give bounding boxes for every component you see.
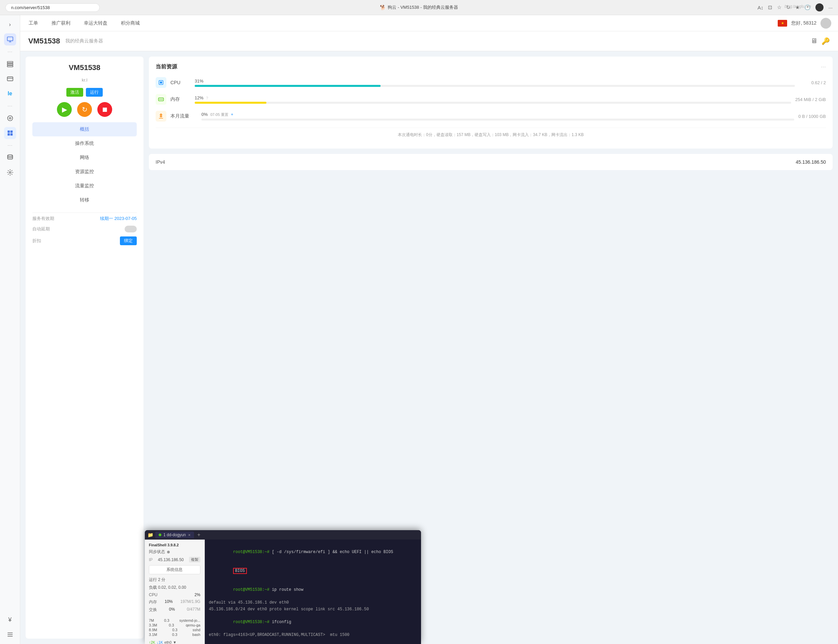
flow-icon — [156, 111, 166, 122]
sidebar-expand-icon[interactable]: › — [4, 18, 16, 31]
sidebar-storage-icon[interactable] — [4, 73, 16, 85]
cpu-progress-bg — [195, 85, 795, 87]
sidebar-dots-1: ··· — [7, 48, 13, 55]
sidebar-server-icon[interactable] — [4, 58, 16, 70]
resource-mem-row: 内存 12% ? 254 MiB / 2 GiB — [156, 94, 826, 105]
topnav-item-shop[interactable]: 积分商城 — [119, 20, 141, 26]
fs-down-icon: ↓1K — [157, 640, 163, 644]
profile-icon[interactable] — [815, 3, 823, 12]
user-avatar[interactable] — [820, 18, 831, 29]
action-stop-button[interactable]: ⏹ — [97, 102, 112, 117]
sidebar-money-icon[interactable]: ¥ — [4, 614, 16, 626]
svg-rect-9 — [10, 131, 13, 133]
finalshell-body: FinalShell 3.9.8.2 同步状态 IP 45.136.186.50… — [145, 540, 421, 644]
cpu-bar-area: 31% — [195, 79, 795, 87]
fs-swap-detail: 0/477M — [187, 607, 200, 613]
key-icon[interactable]: 🔑 — [822, 37, 830, 45]
terminal-line-5: 45.136.186.0/24 dev eth0 proto kernel sc… — [209, 606, 417, 612]
expiry-date[interactable]: 续期一 2023-07-05 — [100, 215, 137, 222]
page-subtitle: 我的经典云服务器 — [65, 38, 103, 44]
fs-process-row-4: 3.1M0.3bash — [149, 632, 200, 637]
menu-item-monitor[interactable]: 资源监控 — [32, 165, 137, 179]
sidebar-list-icon[interactable] — [4, 629, 16, 641]
menu-item-network[interactable]: 网络 — [32, 151, 137, 165]
user-greeting: 您好, 58312 — [791, 20, 817, 26]
auto-renew-toggle[interactable] — [125, 226, 137, 232]
sidebar-object-icon[interactable] — [4, 127, 16, 139]
fs-sysinfo-button[interactable]: 系统信息 — [149, 565, 200, 574]
fs-info-panel: FinalShell 3.9.8.2 同步状态 IP 45.136.186.50… — [145, 540, 205, 644]
sidebar-dots-3: ··· — [7, 142, 13, 149]
sidebar-vm-icon[interactable] — [4, 33, 16, 46]
svg-rect-4 — [7, 77, 13, 81]
mem-percent: 12% ? — [195, 95, 791, 100]
terminal-line-4: default via 45.136.186.1 dev eth0 — [209, 600, 417, 606]
add-tab-icon[interactable]: + — [196, 532, 202, 538]
fs-mem-value: 10% — [165, 599, 173, 605]
bind-button[interactable]: 绑定 — [120, 237, 137, 245]
terminal-output[interactable]: root@VM51538:~# [ -d /sys/firmware/efi ]… — [205, 540, 421, 644]
top-nav: 工单 推广获利 幸运大转盘 积分商城 ★ 您好, 58312 — [20, 15, 838, 31]
fs-network-stats: ↑2K ↓1K eth0 ▼ — [149, 639, 200, 644]
cpu-label: CPU — [171, 80, 191, 85]
fs-copy-button[interactable]: 複製 — [189, 557, 200, 562]
favorite-icon[interactable]: ☆ — [777, 4, 781, 10]
mem-icon — [156, 94, 166, 105]
browser-url-bar[interactable]: n.com/server/51538 — [5, 3, 100, 12]
fs-running-time: 运行 2 分 — [149, 577, 200, 583]
terminal-line-8: inet 45.136.186.50 netmask 255.255.255.0… — [209, 639, 417, 644]
browser-chrome: 🐕 狗云 - VM51538 - 我的经典云服务器 n.com/server/5… — [0, 0, 838, 15]
action-play-button[interactable]: ▶ — [57, 102, 72, 117]
fs-up-icon: ↑2K — [149, 640, 155, 644]
menu-item-traffic[interactable]: 流量监控 — [32, 179, 137, 193]
fs-sync-row: 同步状态 — [149, 549, 200, 555]
menu-item-overview[interactable]: 概括 — [32, 122, 137, 136]
sidebar-settings-icon[interactable] — [4, 166, 16, 179]
terminal-tab-1[interactable]: 1 dd-dogyun ✕ — [155, 532, 194, 538]
sidebar-narrow: › ··· Ie ··· ··· ¥ — [0, 15, 20, 644]
menu-item-os[interactable]: 操作系统 — [32, 136, 137, 151]
more-icon[interactable]: ··· — [828, 5, 833, 10]
mem-label: 内存 — [171, 96, 191, 102]
topnav-item-promo[interactable]: 推广获利 — [50, 20, 72, 26]
vm-region: kr.l — [82, 77, 87, 82]
svg-rect-18 — [160, 82, 162, 84]
topnav-item-lucky[interactable]: 幸运大转盘 — [82, 20, 109, 26]
resource-more-icon[interactable]: ··· — [821, 63, 826, 71]
fs-network-chevron[interactable]: ▼ — [173, 640, 176, 644]
flow-progress-bg — [201, 118, 794, 121]
fs-mem-row: 内存 10% 197M/1.9G — [149, 599, 200, 605]
fs-process-row-3: 8.9M0.3sshd — [149, 628, 200, 632]
ipv4-card: IPv4 45.136.186.50 — [149, 154, 833, 170]
terminal-line-1: root@VM51538:~# [ -d /sys/firmware/efi ]… — [209, 543, 417, 561]
browser-favicon: 🐕 — [380, 5, 386, 10]
fs-cpu-row: CPU 2% — [149, 593, 200, 597]
cpu-icon — [156, 77, 166, 88]
mem-amount: 254 MiB / 2 GiB — [795, 97, 826, 102]
cpu-progress-fill — [195, 85, 381, 87]
translate-icon[interactable]: A↕ — [757, 5, 764, 10]
vm-badges: 激活 运行 — [66, 88, 103, 97]
sidebar-db-icon[interactable] — [4, 151, 16, 164]
folder-icon[interactable]: 📁 — [148, 532, 153, 537]
vm-name: VM51538 — [69, 63, 100, 72]
flag-icon: ★ — [778, 20, 787, 26]
monitor-icon[interactable]: 🖥 — [811, 37, 817, 45]
fs-ip-value: 45.136.186.50 — [158, 557, 184, 562]
action-refresh-button[interactable]: ↻ — [77, 102, 92, 117]
tab-close-icon[interactable]: ✕ — [188, 533, 191, 537]
split-icon[interactable]: ⊡ — [768, 4, 772, 10]
svg-rect-0 — [7, 37, 13, 41]
topnav-item-ticket[interactable]: 工单 — [27, 20, 40, 26]
cpu-amount: 0.62 / 2 — [799, 80, 826, 85]
svg-point-12 — [7, 155, 13, 157]
svg-point-13 — [9, 172, 11, 174]
flow-amount: 0 B / 1000 GB — [798, 114, 826, 119]
menu-item-migrate[interactable]: 转移 — [32, 193, 137, 207]
svg-point-7 — [9, 118, 11, 119]
sidebar-ie-icon[interactable]: Ie — [4, 87, 16, 100]
badge-running: 运行 — [86, 88, 103, 97]
mem-bar-area: 12% ? — [195, 95, 791, 104]
service-info: 服务有效期 续期一 2023-07-05 自动延期 折扣 绑定 — [32, 212, 137, 245]
sidebar-disk-icon[interactable] — [4, 112, 16, 124]
